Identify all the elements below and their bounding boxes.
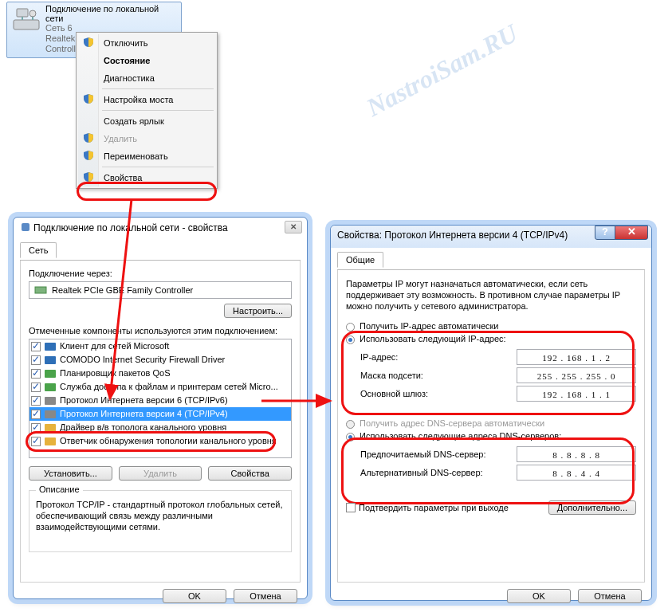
cancel-button[interactable]: Отмена	[234, 589, 297, 603]
tab-general[interactable]: Общие	[337, 252, 383, 268]
ok-button[interactable]: OK	[163, 589, 226, 603]
context-menu-item-label: Переименовать	[104, 151, 168, 161]
component-label: Протокол Интернета версии 4 (TCP/IPv4)	[60, 408, 228, 420]
component-icon	[44, 341, 57, 352]
context-menu-item-label: Создать ярлык	[104, 116, 164, 126]
component-row[interactable]: COMODO Internet Security Firewall Driver	[29, 353, 291, 367]
label-dns1: Предпочитаемый DNS-сервер:	[360, 449, 517, 459]
cancel-button[interactable]: Отмена	[578, 589, 642, 603]
component-label: Клиент для сетей Microsoft	[60, 340, 169, 352]
components-list[interactable]: Клиент для сетей MicrosoftCOMODO Interne…	[29, 339, 292, 458]
install-button[interactable]: Установить...	[29, 466, 112, 481]
component-icon	[44, 355, 57, 366]
context-menu-item[interactable]: Свойства	[78, 169, 215, 186]
input-dns1[interactable]: 8 . 8 . 8 . 8	[517, 446, 636, 462]
component-label: Ответчик обнаружения топологии канальног…	[60, 435, 277, 447]
context-menu: ОтключитьСостояниеДиагностикаНастройка м…	[76, 32, 218, 189]
component-icon	[44, 409, 57, 420]
remove-button: Удалить	[119, 466, 202, 481]
close-button[interactable]: ✕	[285, 221, 302, 233]
component-row[interactable]: Драйвер в/в тополога канального уровня	[29, 421, 291, 434]
component-label: Протокол Интернета версии 6 (TCP/IPv6)	[60, 394, 228, 406]
component-icon	[44, 436, 57, 447]
component-checkbox[interactable]	[31, 355, 41, 365]
component-row[interactable]: Планировщик пакетов QoS	[29, 367, 291, 380]
svg-rect-3	[22, 223, 29, 231]
ok-button[interactable]: OK	[507, 589, 571, 603]
description-text: Протокол TCP/IP - стандартный протокол г…	[36, 499, 285, 532]
svg-rect-4	[35, 287, 46, 293]
svg-rect-5	[45, 343, 56, 351]
radio-dns-manual-label: Использовать следующие адреса DNS-сервер…	[360, 431, 561, 441]
component-row[interactable]: Протокол Интернета версии 6 (TCP/IPv6)	[29, 394, 291, 407]
checkbox-validate[interactable]	[346, 503, 356, 512]
label-ip: IP-адрес:	[360, 352, 517, 362]
radio-ip-manual[interactable]: Использовать следующий IP-адрес:	[346, 334, 636, 343]
context-menu-item[interactable]: Отключить	[78, 34, 215, 52]
component-row[interactable]: Протокол Интернета версии 4 (TCP/IPv4)	[29, 407, 291, 421]
component-label: COMODO Internet Security Firewall Driver	[60, 354, 225, 366]
svg-rect-0	[14, 20, 39, 29]
adapter-field[interactable]: Realtek PCIe GBE Family Controller	[29, 281, 292, 299]
svg-rect-11	[45, 424, 56, 432]
context-menu-separator	[102, 88, 214, 89]
context-menu-item[interactable]: Состояние	[78, 52, 215, 69]
components-label: Отмеченные компоненты используются этим …	[29, 326, 292, 335]
component-icon	[44, 395, 57, 406]
configure-button[interactable]: Настроить...	[224, 304, 292, 318]
component-checkbox[interactable]	[31, 423, 41, 433]
connection-properties-window: Подключение по локальной сети - свойства…	[13, 217, 308, 599]
label-gateway: Основной шлюз:	[360, 389, 517, 398]
close-button[interactable]: ✕	[615, 226, 648, 240]
uac-shield-icon	[83, 93, 94, 104]
component-icon	[44, 422, 57, 434]
context-menu-item: Удалить	[78, 130, 215, 147]
svg-rect-8	[45, 383, 56, 391]
svg-rect-10	[45, 410, 56, 418]
adapter-field-text: Realtek PCIe GBE Family Controller	[52, 285, 193, 295]
label-mask: Маска подсети:	[360, 371, 517, 380]
radio-ip-auto[interactable]: Получить IP-адрес автоматически	[346, 321, 636, 331]
help-button[interactable]: ?	[595, 226, 615, 240]
intro-text: Параметры IP могут назначаться автоматич…	[346, 278, 636, 312]
input-subnet-mask[interactable]: 255 . 255 . 255 . 0	[517, 367, 636, 383]
component-checkbox[interactable]	[31, 437, 41, 446]
input-dns2[interactable]: 8 . 8 . 4 . 4	[517, 465, 636, 481]
window-icon	[20, 222, 31, 233]
context-menu-item-label: Удалить	[104, 134, 137, 143]
component-row[interactable]: Ответчик обнаружения топологии канальног…	[29, 434, 291, 448]
context-menu-separator	[102, 167, 214, 167]
radio-ip-auto-label: Получить IP-адрес автоматически	[360, 321, 498, 331]
context-menu-item[interactable]: Создать ярлык	[78, 112, 215, 130]
tab-network[interactable]: Сеть	[20, 242, 57, 258]
component-label: Драйвер в/в тополога канального уровня	[60, 422, 226, 434]
component-checkbox[interactable]	[31, 342, 41, 351]
network-adapter-icon	[10, 4, 42, 36]
uac-shield-icon	[83, 150, 94, 161]
radio-ip-manual-label: Использовать следующий IP-адрес:	[360, 334, 506, 343]
context-menu-separator	[102, 110, 214, 111]
component-checkbox[interactable]	[31, 396, 41, 406]
context-menu-item-label: Отключить	[104, 38, 148, 48]
watermark: NastroiSam.RU	[362, 18, 523, 123]
component-label: Служба доступа к файлам и принтерам сете…	[60, 381, 278, 393]
input-ip-address[interactable]: 192 . 168 . 1 . 2	[517, 349, 636, 365]
context-menu-item[interactable]: Настройка моста	[78, 91, 215, 108]
component-row[interactable]: Служба доступа к файлам и принтерам сете…	[29, 380, 291, 394]
input-gateway[interactable]: 192 . 168 . 1 . 1	[517, 386, 636, 402]
svg-rect-1	[17, 9, 28, 17]
description-title: Описание	[36, 485, 83, 494]
radio-dns-manual[interactable]: Использовать следующие адреса DNS-сервер…	[346, 431, 636, 441]
nic-icon	[34, 284, 47, 296]
advanced-button[interactable]: Дополнительно...	[548, 500, 636, 515]
component-checkbox[interactable]	[31, 369, 41, 379]
radio-dns-auto: Получить адрес DNS-сервера автоматически	[346, 418, 636, 428]
svg-rect-6	[45, 356, 56, 364]
component-checkbox[interactable]	[31, 383, 41, 392]
svg-point-2	[29, 10, 36, 17]
component-checkbox[interactable]	[31, 410, 41, 419]
context-menu-item[interactable]: Переименовать	[78, 147, 215, 165]
properties-button[interactable]: Свойства	[208, 466, 292, 481]
context-menu-item[interactable]: Диагностика	[78, 69, 215, 87]
component-row[interactable]: Клиент для сетей Microsoft	[29, 339, 291, 353]
